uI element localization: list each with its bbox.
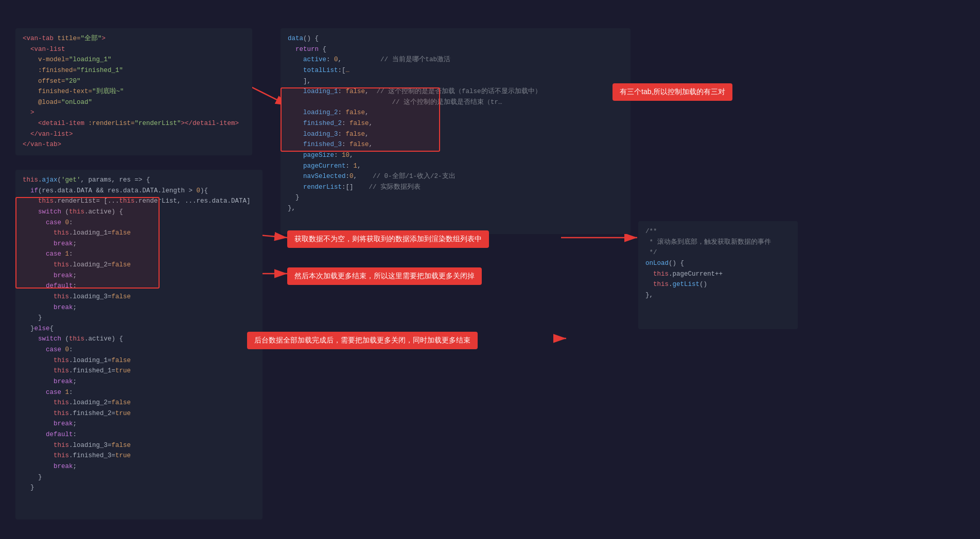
bottom-right-code-block: /** * 滚动条到底部，触发获取新数据的事件 */ onLoad() { th…	[638, 221, 798, 329]
bottom-left-code-block: this.ajax('get', params, res => { if(res…	[15, 170, 262, 519]
top-left-code-block: <van-tab title="全部"> <van-list v-model="…	[15, 28, 252, 155]
annotation-close-load: 然后本次加载更多结束，所以这里需要把加载更多关闭掉	[287, 267, 482, 285]
annotation-fetch-data: 获取数据不为空，则将获取到的数据添加到渲染数组列表中	[287, 230, 489, 248]
top-right-code-block: data() { return { active: 0, // 当前是哪个tab…	[281, 28, 631, 234]
annotation-three-tabs: 有三个tab,所以控制加载的有三对	[612, 83, 732, 101]
annotation-all-loaded: 后台数据全部加载完成后，需要把加载更多关闭，同时加载更多结束	[247, 332, 478, 349]
